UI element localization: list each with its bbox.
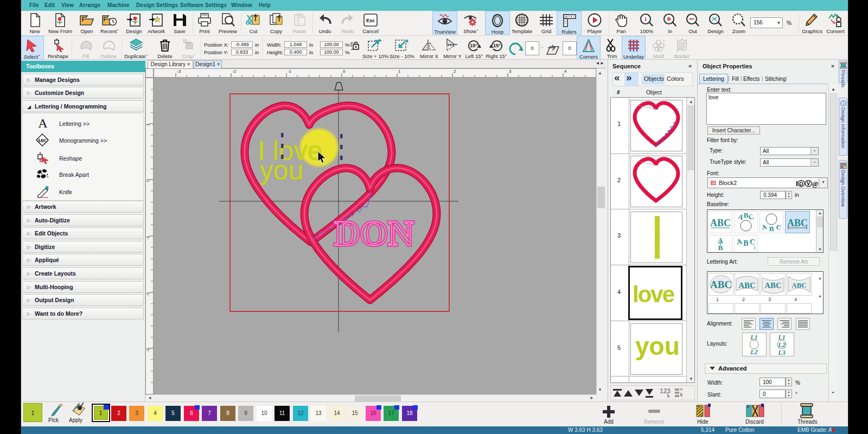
svg-text:L3: L3 — [777, 349, 785, 356]
svg-text:1: 1 — [644, 16, 647, 22]
svg-text:A: A — [736, 237, 744, 246]
svg-text:B: B — [743, 239, 748, 247]
svg-text:i: i — [843, 101, 844, 106]
svg-text:1: 1 — [398, 69, 401, 74]
svg-text:4: 4 — [564, 69, 567, 74]
svg-text:-1: -1 — [146, 235, 150, 240]
svg-text:ABC: ABC — [37, 138, 47, 143]
svg-text:-1: -1 — [288, 69, 292, 74]
svg-text:15°: 15° — [470, 43, 477, 48]
svg-text:1: 1 — [146, 123, 150, 126]
svg-text:DON: DON — [334, 213, 414, 253]
svg-text:you: you — [260, 155, 304, 186]
svg-text:ABC: ABC — [710, 279, 732, 290]
svg-text:C: C — [747, 212, 755, 221]
svg-text:0: 0 — [343, 69, 346, 74]
svg-text:ABC: ABC — [792, 281, 806, 289]
svg-text:-3: -3 — [146, 348, 150, 352]
svg-text:123: 123 — [660, 387, 671, 395]
svg-text:-2: -2 — [232, 69, 237, 74]
svg-text:2: 2 — [454, 69, 456, 74]
svg-text:ABC: ABC — [764, 281, 782, 290]
svg-text:3: 3 — [509, 69, 512, 74]
svg-text:Esc: Esc — [366, 18, 375, 23]
svg-text:ABC: ABC — [710, 218, 731, 228]
svg-text:0: 0 — [146, 179, 150, 182]
svg-text:L2: L2 — [750, 348, 757, 356]
svg-text:L2: L2 — [777, 341, 785, 349]
svg-text:-3: -3 — [177, 69, 181, 74]
svg-text:A: A — [38, 117, 48, 129]
svg-text:-2: -2 — [146, 292, 150, 296]
svg-text:ABC: ABC — [738, 281, 756, 290]
svg-text:B: B — [769, 225, 774, 233]
svg-text:C: C — [749, 237, 756, 246]
svg-text:ABC: ABC — [787, 218, 808, 228]
svg-text:15°: 15° — [493, 43, 501, 48]
svg-text:C: C — [775, 222, 783, 232]
svg-text:A: A — [760, 222, 768, 232]
